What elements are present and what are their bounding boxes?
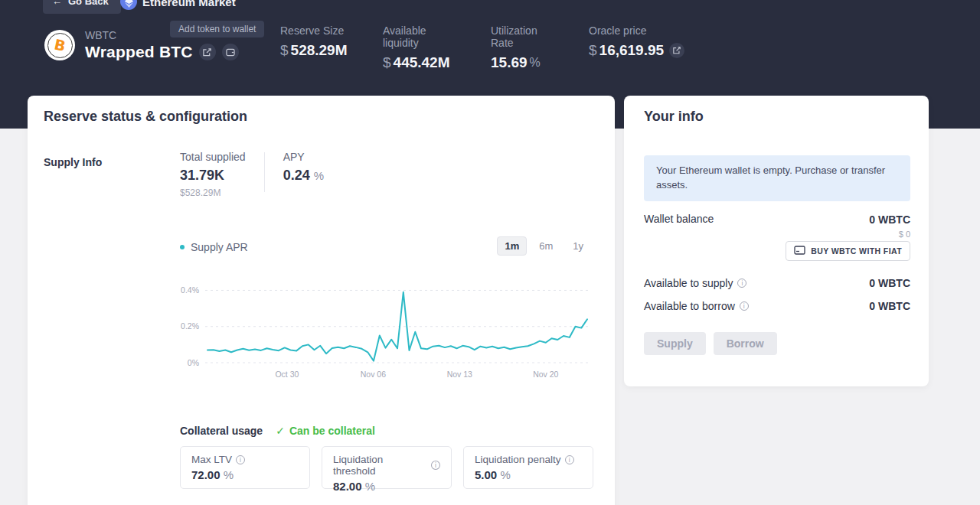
supply-button[interactable]: Supply bbox=[644, 332, 706, 355]
available-to-supply-row: Available to supplyi 0 WBTC bbox=[644, 277, 910, 289]
chart-legend: Supply APR bbox=[180, 241, 248, 253]
apy-value: 0.24 bbox=[283, 168, 310, 183]
svg-text:Nov 20: Nov 20 bbox=[533, 370, 558, 379]
stat-reserve-size: Reserve Size $528.29M bbox=[280, 24, 348, 59]
supply-stats: Total supplied 31.79K $528.29M APY 0.24 … bbox=[180, 151, 324, 198]
collateral-usage-label: Collateral usage bbox=[180, 425, 263, 437]
currency-symbol: $ bbox=[589, 42, 597, 59]
collateral-usage-row: Collateral usage ✓ Can be collateral bbox=[180, 425, 375, 437]
info-icon[interactable]: i bbox=[565, 455, 574, 464]
divider bbox=[264, 152, 265, 192]
stat-label: Available liquidity bbox=[383, 24, 450, 49]
available-borrow-label: Available to borrow bbox=[644, 300, 735, 312]
svg-text:Nov 06: Nov 06 bbox=[361, 370, 386, 379]
available-to-borrow-row: Available to borrowi 0 WBTC bbox=[644, 300, 910, 312]
wbtc-token-icon: B bbox=[44, 30, 75, 60]
stat-oracle-price: Oracle price $16,619.95 bbox=[589, 24, 684, 59]
currency-symbol: $ bbox=[280, 42, 289, 59]
collateral-params: Max LTVi 72.00 % Liquidation thresholdi … bbox=[180, 446, 593, 489]
collateral-status-label: Can be collateral bbox=[289, 425, 375, 437]
stat-value: 445.42M bbox=[394, 54, 450, 71]
stat-value: 15.69 bbox=[491, 54, 528, 71]
stat-value: 528.29M bbox=[291, 42, 348, 59]
stat-label: Utilization Rate bbox=[491, 24, 541, 49]
breadcrumb[interactable]: Ethereum Market bbox=[120, 0, 236, 10]
your-info-panel: Your info Your Ethereum wallet is empty.… bbox=[624, 96, 929, 386]
currency-symbol: $ bbox=[383, 54, 391, 71]
available-borrow-value: 0 WBTC bbox=[869, 300, 910, 312]
total-supplied-value: 31.79K bbox=[180, 168, 246, 184]
svg-text:Nov 13: Nov 13 bbox=[447, 370, 472, 379]
liquidation-threshold-label: Liquidation threshold bbox=[333, 454, 427, 477]
available-supply-label: Available to supply bbox=[644, 277, 733, 289]
info-icon[interactable]: i bbox=[740, 301, 749, 311]
legend-dot-icon bbox=[180, 245, 185, 249]
liquidation-penalty-box: Liquidation penaltyi 5.00 % bbox=[463, 446, 593, 489]
range-button-1m[interactable]: 1m bbox=[497, 236, 527, 256]
buy-wbtc-fiat-label: BUY WBTC WITH FIAT bbox=[811, 246, 902, 256]
liquidation-threshold-box: Liquidation thresholdi 82.00 % bbox=[322, 446, 452, 489]
check-icon: ✓ bbox=[276, 425, 285, 437]
stat-available-liquidity: Available liquidity $445.42M bbox=[383, 24, 450, 71]
ethereum-icon bbox=[120, 0, 137, 10]
wallet-balance-row: Wallet balance 0 WBTC $ 0 bbox=[644, 213, 910, 239]
percent-symbol: % bbox=[365, 480, 375, 493]
wallet-balance-usd: $ 0 bbox=[869, 230, 910, 239]
total-supplied-usd: $528.29M bbox=[180, 187, 246, 198]
reserve-status-panel: Reserve status & configuration Supply In… bbox=[28, 96, 615, 505]
apy-label: APY bbox=[283, 151, 324, 163]
go-back-label: Go Back bbox=[68, 0, 109, 7]
total-supplied-label: Total supplied bbox=[180, 151, 246, 163]
chart-range-selector: 1m6m1y bbox=[497, 236, 591, 256]
back-arrow-icon: ← bbox=[52, 0, 62, 7]
range-button-6m[interactable]: 6m bbox=[531, 236, 560, 256]
your-info-title: Your info bbox=[644, 109, 704, 125]
add-token-tooltip: Add token to wallet bbox=[170, 21, 264, 37]
liquidation-penalty-label: Liquidation penalty bbox=[475, 454, 561, 465]
liquidation-penalty-value: 5.00 bbox=[475, 468, 497, 481]
max-ltv-label: Max LTV bbox=[191, 454, 232, 465]
svg-text:0.4%: 0.4% bbox=[181, 285, 199, 295]
range-button-1y[interactable]: 1y bbox=[565, 236, 591, 256]
svg-text:0%: 0% bbox=[188, 358, 199, 367]
info-icon[interactable]: i bbox=[431, 461, 440, 470]
svg-text:0.2%: 0.2% bbox=[181, 321, 199, 331]
supply-info-label: Supply Info bbox=[44, 156, 102, 168]
empty-wallet-alert: Your Ethereum wallet is empty. Purchase … bbox=[644, 155, 910, 201]
max-ltv-box: Max LTVi 72.00 % bbox=[180, 446, 310, 489]
market-name: Ethereum Market bbox=[142, 0, 236, 8]
percent-symbol: % bbox=[530, 56, 541, 70]
panel-title: Reserve status & configuration bbox=[44, 109, 247, 125]
liquidation-threshold-value: 82.00 bbox=[333, 480, 362, 493]
buy-wbtc-fiat-button[interactable]: BUY WBTC WITH FIAT bbox=[786, 241, 910, 261]
stat-utilization-rate: Utilization Rate 15.69% bbox=[491, 24, 541, 71]
legend-label: Supply APR bbox=[191, 241, 248, 253]
token-name: Wrapped BTC bbox=[85, 43, 193, 61]
wallet-balance-value: 0 WBTC bbox=[869, 213, 910, 226]
add-to-wallet-icon[interactable] bbox=[222, 44, 239, 60]
percent-symbol: % bbox=[224, 468, 234, 481]
info-icon[interactable]: i bbox=[236, 455, 245, 464]
info-icon[interactable]: i bbox=[737, 279, 746, 288]
stat-label: Reserve Size bbox=[280, 24, 348, 37]
external-link-icon[interactable] bbox=[199, 44, 216, 60]
go-back-button[interactable]: ← Go Back bbox=[43, 0, 121, 14]
total-supplied: Total supplied 31.79K $528.29M bbox=[180, 151, 246, 198]
stat-value: 16,619.95 bbox=[599, 42, 665, 59]
stat-label: Oracle price bbox=[589, 24, 684, 37]
borrow-button[interactable]: Borrow bbox=[714, 332, 777, 355]
percent-symbol: % bbox=[314, 169, 324, 182]
available-supply-value: 0 WBTC bbox=[869, 277, 910, 289]
svg-text:Oct 30: Oct 30 bbox=[275, 370, 299, 379]
collateral-status: ✓ Can be collateral bbox=[276, 425, 375, 437]
max-ltv-value: 72.00 bbox=[191, 468, 220, 481]
wallet-balance-label: Wallet balance bbox=[644, 213, 714, 225]
oracle-link-icon[interactable] bbox=[669, 43, 684, 58]
credit-card-icon bbox=[794, 246, 805, 256]
apy: APY 0.24 % bbox=[283, 151, 324, 184]
supply-apr-chart[interactable]: 0%0.2%0.4%Oct 30Nov 06Nov 13Nov 20 bbox=[175, 275, 596, 383]
percent-symbol: % bbox=[500, 468, 510, 481]
